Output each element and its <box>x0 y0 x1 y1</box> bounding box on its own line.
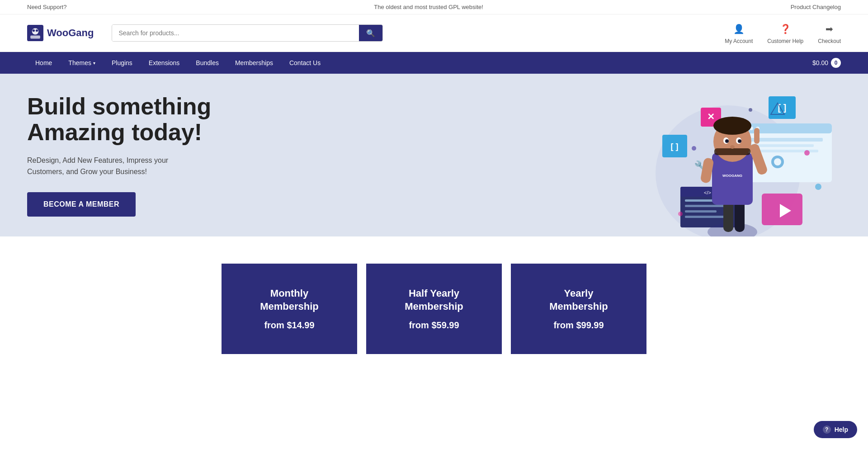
top-bar: Need Support? The oldest and most truste… <box>0 0 868 14</box>
svg-rect-12 <box>750 138 823 142</box>
yearly-price: from $99.99 <box>553 320 604 331</box>
header: WooGang 🔍 👤 My Account ❓ Customer Help ➡… <box>0 14 868 52</box>
hero-content: Build something Amazing today! ReDesign,… <box>27 94 211 217</box>
svg-point-4 <box>36 29 38 32</box>
svg-text:[ ]: [ ] <box>671 142 679 151</box>
account-icon: 👤 <box>731 22 746 36</box>
main-nav: Home Themes ▾ Plugins Extensions Bundles… <box>0 52 868 74</box>
svg-rect-2 <box>30 35 40 38</box>
top-bar-center: The oldest and most trusted GPL website! <box>374 4 483 10</box>
search-button[interactable]: 🔍 <box>359 25 382 41</box>
svg-point-39 <box>713 117 751 135</box>
yearly-membership-card[interactable]: YearlyMembership from $99.99 <box>511 264 646 354</box>
nav-contact[interactable]: Contact Us <box>281 52 329 74</box>
top-bar-left[interactable]: Need Support? <box>27 4 66 10</box>
nav-themes[interactable]: Themes ▾ <box>60 52 104 74</box>
nav-plugins[interactable]: Plugins <box>104 52 141 74</box>
become-member-button[interactable]: Become A Member <box>27 192 136 217</box>
search-input[interactable] <box>112 25 359 41</box>
hero-subtitle: ReDesign, Add New Features, Impress your… <box>27 155 211 178</box>
cart-count: 0 <box>831 58 841 68</box>
half-yearly-title: Half YearlyMembership <box>405 287 463 313</box>
hero-svg: [ ] ✕ [ ] </> <box>615 83 841 236</box>
half-yearly-price: from $59.99 <box>409 320 459 331</box>
nav-bundles[interactable]: Bundles <box>188 52 227 74</box>
search-bar: 🔍 <box>112 24 383 42</box>
hero-title: Build something Amazing today! <box>27 94 211 145</box>
membership-section: MonthlyMembership from $14.99 Half Yearl… <box>0 236 868 381</box>
checkout-label: Checkout <box>818 38 841 44</box>
svg-rect-46 <box>754 128 760 144</box>
nav-extensions[interactable]: Extensions <box>141 52 188 74</box>
svg-point-50 <box>678 212 683 216</box>
svg-rect-26 <box>685 210 717 213</box>
search-icon: 🔍 <box>366 29 375 37</box>
checkout-icon: ➡ <box>822 22 837 36</box>
nav-home[interactable]: Home <box>27 52 60 74</box>
customer-help-link[interactable]: ❓ Customer Help <box>767 22 803 44</box>
cart-price: $0.00 <box>812 59 828 66</box>
svg-point-44 <box>738 139 741 143</box>
monthly-price: from $14.99 <box>264 320 314 331</box>
svg-rect-32 <box>723 200 733 232</box>
top-bar-right[interactable]: Product Changelog <box>791 4 841 10</box>
svg-point-47 <box>692 146 696 151</box>
svg-point-49 <box>749 108 752 112</box>
svg-point-43 <box>725 139 729 143</box>
svg-point-45 <box>730 145 735 149</box>
svg-text:✕: ✕ <box>707 112 715 122</box>
svg-point-51 <box>815 184 821 190</box>
logo-text: WooGang <box>47 27 94 39</box>
hero-title-line1: Build something <box>27 93 211 119</box>
monthly-title: MonthlyMembership <box>260 287 319 313</box>
header-icons: 👤 My Account ❓ Customer Help ➡ Checkout <box>725 22 841 44</box>
half-yearly-membership-card[interactable]: Half YearlyMembership from $59.99 <box>366 264 502 354</box>
my-account-link[interactable]: 👤 My Account <box>725 22 753 44</box>
account-label: My Account <box>725 38 753 44</box>
svg-rect-40 <box>714 148 750 155</box>
svg-point-48 <box>804 150 810 156</box>
svg-text:</>: </> <box>704 190 711 195</box>
logo[interactable]: WooGang <box>27 25 94 41</box>
cart-button[interactable]: $0.00 0 <box>812 58 841 68</box>
logo-icon <box>27 25 43 41</box>
hero-title-line2: Amazing today! <box>27 119 202 145</box>
monthly-membership-card[interactable]: MonthlyMembership from $14.99 <box>222 264 357 354</box>
svg-point-16 <box>774 158 781 165</box>
checkout-link[interactable]: ➡ Checkout <box>818 22 841 44</box>
svg-rect-33 <box>735 200 745 232</box>
yearly-title: YearlyMembership <box>549 287 608 313</box>
themes-chevron: ▾ <box>93 61 95 66</box>
hero-section: Build something Amazing today! ReDesign,… <box>0 74 868 236</box>
nav-memberships[interactable]: Memberships <box>227 52 281 74</box>
svg-text:WOOGANG: WOOGANG <box>722 174 742 178</box>
help-icon: ❓ <box>778 22 793 36</box>
svg-rect-13 <box>750 144 814 147</box>
nav-links: Home Themes ▾ Plugins Extensions Bundles… <box>27 52 812 74</box>
svg-rect-27 <box>685 216 726 218</box>
customer-help-label: Customer Help <box>767 38 803 44</box>
svg-point-3 <box>33 29 35 32</box>
hero-illustration: [ ] ✕ [ ] </> <box>615 83 841 236</box>
